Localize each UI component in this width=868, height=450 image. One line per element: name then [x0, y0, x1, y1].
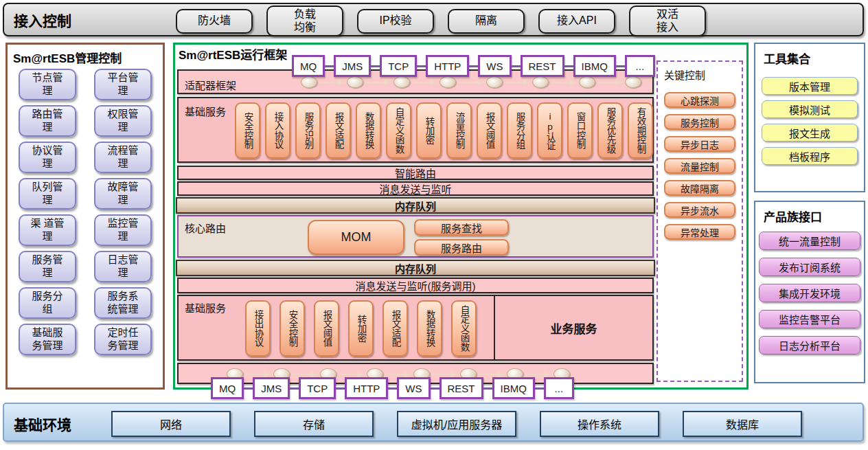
- protocol-chip[interactable]: HTTP: [426, 55, 469, 77]
- memory-queue-label-2: 内存队列: [395, 261, 436, 275]
- management-button[interactable]: 服务系统管理: [94, 287, 152, 319]
- protocol-chip[interactable]: JMS: [253, 377, 290, 399]
- management-button[interactable]: 权限管理: [94, 105, 152, 137]
- flow-arrow-icon: [479, 374, 505, 375]
- tool-button[interactable]: 报文生成: [762, 124, 858, 142]
- protocols-top: MQ JMS TCP HTTP WS REST IBMQ ...: [292, 55, 655, 77]
- service-feature-box[interactable]: 安全控制: [235, 102, 260, 159]
- flow-arrow-icon: [339, 374, 365, 375]
- environment-button[interactable]: 虚拟机/应用服务器: [397, 411, 516, 437]
- environment-button[interactable]: 操作系统: [540, 411, 659, 437]
- service-feature-box[interactable]: 窗口控制: [567, 102, 593, 159]
- service-feature-box[interactable]: 服务识别: [295, 102, 321, 159]
- protocol-chip[interactable]: TCP: [380, 55, 417, 77]
- management-button[interactable]: 服务管理: [19, 251, 76, 282]
- tool-button[interactable]: 模拟测试: [762, 100, 858, 118]
- service-feature-box[interactable]: 报文适配: [382, 300, 408, 357]
- service-feature-box[interactable]: 报文阈值: [477, 102, 502, 159]
- protocol-connector-line: [431, 387, 439, 390]
- management-button[interactable]: 协议管理: [19, 142, 76, 173]
- tools-panel: 工具集合 版本管理模拟测试报文生成档板程序: [754, 43, 865, 192]
- mom-button[interactable]: MOM: [308, 220, 404, 255]
- basic-services-bottom-boxes: 接出协议安全控制报文阈值转加密报文适配数据转换自定义函数: [245, 300, 477, 357]
- service-feature-box[interactable]: 自定义函数: [451, 300, 477, 357]
- management-panel-title: Sm@rtESB管理控制: [13, 49, 163, 66]
- service-lookup-button[interactable]: 服务查找: [414, 219, 509, 236]
- service-feature-box[interactable]: 转加密: [416, 102, 442, 159]
- protocol-chip[interactable]: MQ: [292, 55, 325, 77]
- basic-services-bottom-label: 基础服务: [185, 300, 226, 315]
- management-button[interactable]: 服务分组: [19, 287, 76, 319]
- protocol-connector-line: [535, 387, 544, 390]
- protocol-chip[interactable]: REST: [521, 55, 564, 77]
- service-feature-box[interactable]: 流量控制: [446, 102, 472, 159]
- service-feature-box[interactable]: 服务优先级: [597, 102, 623, 159]
- service-feature-box[interactable]: 数据转换: [356, 102, 381, 159]
- management-button[interactable]: 节点管理: [19, 69, 76, 100]
- key-control-button[interactable]: 流量控制: [664, 158, 735, 174]
- service-feature-box[interactable]: 接入协议: [265, 102, 290, 159]
- service-feature-box[interactable]: 服务分组: [507, 102, 532, 159]
- tool-button[interactable]: 版本管理: [762, 77, 858, 95]
- flow-arrow-icon: [597, 82, 623, 83]
- service-feature-box[interactable]: 安全控制: [279, 300, 305, 357]
- service-feature-box[interactable]: 自定义函数: [386, 102, 411, 159]
- access-control-button[interactable]: IP校验: [357, 9, 434, 34]
- protocol-chip[interactable]: WS: [478, 55, 511, 77]
- flow-arrow-icon: [412, 82, 437, 83]
- service-feature-box[interactable]: 接出协议: [245, 300, 271, 357]
- protocol-chip[interactable]: JMS: [334, 55, 371, 77]
- management-button[interactable]: 监控管理: [94, 214, 152, 246]
- service-feature-box[interactable]: 转加密: [348, 300, 374, 357]
- management-button[interactable]: 基础服务管理: [19, 324, 76, 355]
- management-button[interactable]: 定时任务管理: [94, 324, 152, 355]
- service-feature-box[interactable]: 数据转换: [417, 300, 442, 357]
- management-button[interactable]: 流程管理: [94, 142, 152, 173]
- product-family-button[interactable]: 监控告警平台: [759, 310, 860, 328]
- access-control-button[interactable]: 接入API: [538, 9, 615, 34]
- protocol-chip[interactable]: ...: [625, 55, 655, 77]
- protocols-bottom: MQ JMS TCP HTTP WS REST IBMQ ...: [211, 377, 574, 399]
- access-control-title: 接入控制: [14, 10, 71, 30]
- environment-button[interactable]: 数据库: [683, 411, 802, 437]
- protocol-chip[interactable]: TCP: [299, 377, 336, 399]
- key-control-button[interactable]: 故障隔离: [664, 180, 735, 196]
- management-button[interactable]: 渠 道管理: [19, 214, 76, 246]
- key-control-button[interactable]: 异步流水: [664, 202, 735, 218]
- access-control-button[interactable]: 隔离: [448, 9, 525, 34]
- environment-button[interactable]: 存储: [254, 411, 374, 437]
- management-button[interactable]: 平台管理: [94, 69, 152, 100]
- management-button[interactable]: 队列管理: [19, 178, 76, 210]
- management-button[interactable]: 日志管理: [94, 251, 152, 282]
- memory-queue-bar-1: 内存队列: [176, 197, 655, 214]
- protocol-chip[interactable]: MQ: [211, 377, 244, 399]
- access-control-button[interactable]: 防火墙: [176, 9, 253, 34]
- service-feature-box[interactable]: 有效期控制: [628, 102, 653, 159]
- service-feature-box[interactable]: ip认证: [537, 102, 562, 159]
- protocol-chip[interactable]: HTTP: [345, 377, 388, 399]
- protocol-chip[interactable]: WS: [397, 377, 430, 399]
- product-family-button[interactable]: 日志分析平台: [759, 336, 860, 355]
- protocol-chip[interactable]: ...: [544, 377, 574, 399]
- key-control-button[interactable]: 异常处理: [664, 224, 735, 240]
- product-family-button[interactable]: 集成开发环境: [759, 284, 860, 302]
- access-control-button[interactable]: 负载 均衡: [266, 5, 343, 36]
- protocol-chip[interactable]: IBMQ: [573, 55, 616, 77]
- environment-button[interactable]: 网络: [111, 411, 231, 437]
- architecture-diagram: 接入控制 防火墙负载 均衡IP校验隔离接入API双活 接入 Sm@rtESB管理…: [0, 0, 868, 450]
- management-button[interactable]: 故障管理: [94, 178, 152, 210]
- key-control-button[interactable]: 服务控制: [664, 114, 735, 130]
- key-control-button[interactable]: 异步日志: [664, 136, 735, 152]
- protocol-chip[interactable]: REST: [439, 377, 483, 399]
- access-control-button[interactable]: 双活 接入: [629, 5, 706, 36]
- flow-arrow-icon: [385, 374, 411, 375]
- protocol-chip[interactable]: IBMQ: [492, 377, 535, 399]
- tool-button[interactable]: 档板程序: [762, 147, 858, 165]
- service-feature-box[interactable]: 报文阈值: [314, 300, 339, 357]
- service-routing-button[interactable]: 服务路由: [414, 239, 509, 256]
- key-control-button[interactable]: 心跳探测: [664, 92, 735, 108]
- management-button[interactable]: 路由管理: [19, 105, 76, 137]
- product-family-button[interactable]: 统一流量控制: [759, 232, 860, 250]
- service-feature-box[interactable]: 报文适配: [326, 102, 351, 159]
- product-family-button[interactable]: 发布订阅系统: [759, 258, 860, 276]
